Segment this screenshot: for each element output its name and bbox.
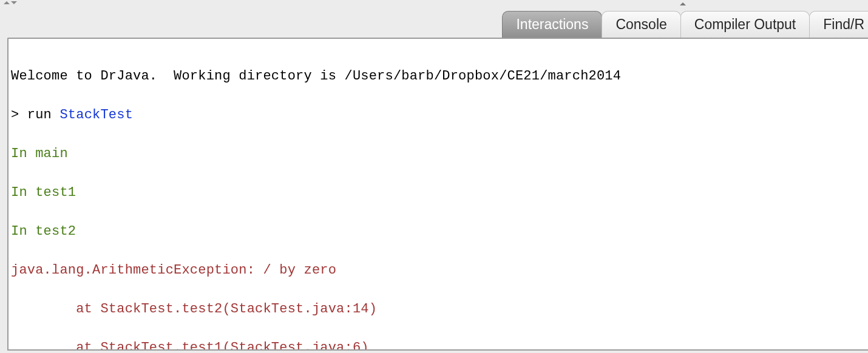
run-command-line: > run StackTest: [11, 106, 863, 125]
tab-row: Interactions Console Compiler Output Fin…: [503, 11, 868, 38]
stdout-line: In main: [11, 144, 863, 164]
stdout-line: In test1: [11, 183, 863, 203]
welcome-line: Welcome to DrJava. Working directory is …: [11, 67, 863, 86]
expand-collapse-icon[interactable]: [4, 1, 17, 4]
tab-label: Compiler Output: [694, 16, 796, 33]
stack-frame: at StackTest.test2(StackTest.java:14): [11, 300, 863, 319]
tab-compiler-output[interactable]: Compiler Output: [680, 11, 810, 38]
top-toolbar: [0, 0, 868, 11]
tab-find-replace[interactable]: Find/R: [809, 11, 868, 38]
run-argument: StackTest: [59, 107, 133, 123]
tab-label: Interactions: [516, 16, 588, 33]
triangle-up-icon: [4, 1, 10, 4]
chevron-up-icon[interactable]: [680, 2, 686, 5]
interactions-panel: Welcome to DrJava. Working directory is …: [7, 38, 868, 351]
stdout-line: In test2: [11, 222, 863, 241]
exception-header: java.lang.ArithmeticException: / by zero: [11, 261, 863, 280]
tabbar: Interactions Console Compiler Output Fin…: [0, 11, 868, 38]
window-root: { "toolbar": { "expand_collapse_icon": "…: [0, 0, 868, 353]
stack-frame: at StackTest.test1(StackTest.java:6): [11, 338, 863, 351]
interactions-terminal[interactable]: Welcome to DrJava. Working directory is …: [8, 39, 868, 351]
tab-interactions[interactable]: Interactions: [502, 11, 602, 38]
tab-console[interactable]: Console: [602, 11, 680, 38]
triangle-down-icon: [11, 1, 17, 4]
prompt-text: > run: [11, 107, 59, 123]
tab-label: Find/R: [823, 16, 864, 33]
tab-label: Console: [615, 16, 666, 33]
